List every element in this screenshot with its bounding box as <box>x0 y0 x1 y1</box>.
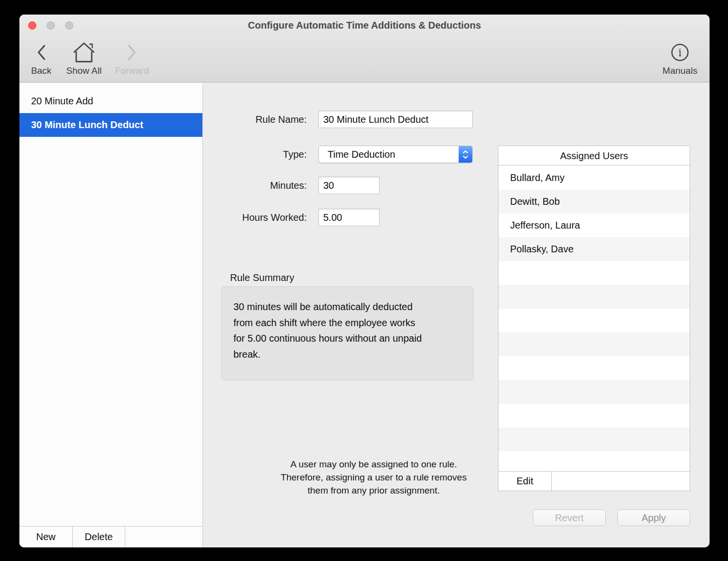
type-select[interactable]: Time Deduction <box>318 146 473 163</box>
minimize-button[interactable] <box>47 21 55 30</box>
home-icon <box>72 40 96 65</box>
assigned-users-footer: Edit <box>498 471 690 491</box>
rule-summary-label: Rule Summary <box>230 272 294 283</box>
sidebar-item-20-minute-add[interactable]: 20 Minute Add <box>19 89 202 113</box>
sidebar-item-30-minute-lunch-deduct[interactable]: 30 Minute Lunch Deduct <box>19 113 202 137</box>
window-header: Configure Automatic Time Additions & Ded… <box>19 15 710 82</box>
table-row-empty <box>498 404 690 428</box>
delete-rule-button[interactable]: Delete <box>73 527 125 547</box>
manuals-button[interactable]: i Manuals <box>658 40 702 76</box>
minutes-label: Minutes: <box>181 177 307 194</box>
info-icon: i <box>670 40 690 65</box>
table-row[interactable]: Bullard, Amy <box>498 166 690 190</box>
rule-summary-text: 30 minutes will be automatically deducte… <box>233 299 429 362</box>
close-button[interactable] <box>28 21 36 30</box>
assignment-note: A user may only be assigned to one rule.… <box>279 458 468 497</box>
type-label: Type: <box>181 146 307 163</box>
table-row-empty <box>498 380 690 404</box>
forward-button[interactable]: Forward <box>112 40 152 76</box>
rule-summary-box: 30 minutes will be automatically deducte… <box>221 286 474 380</box>
rule-name-label: Rule Name: <box>181 111 307 128</box>
sidebar-footer: New Delete <box>19 526 202 547</box>
edit-users-button[interactable]: Edit <box>498 472 552 491</box>
manuals-label: Manuals <box>662 66 697 76</box>
window-title: Configure Automatic Time Additions & Ded… <box>97 20 632 31</box>
table-row-empty <box>498 285 690 309</box>
type-selected-value: Time Deduction <box>328 146 395 163</box>
table-row-empty <box>498 261 690 285</box>
chevron-right-icon <box>126 40 138 65</box>
svg-text:i: i <box>678 47 681 59</box>
chevron-left-icon <box>35 40 47 65</box>
assigned-users-header: Assigned Users <box>498 146 690 165</box>
apply-button[interactable]: Apply <box>617 510 690 526</box>
show-all-label: Show All <box>66 66 102 76</box>
table-row[interactable]: Pollasky, Dave <box>498 237 690 261</box>
show-all-button[interactable]: Show All <box>62 40 106 76</box>
zoom-button[interactable] <box>65 21 73 30</box>
app-window: Configure Automatic Time Additions & Ded… <box>19 15 710 547</box>
rule-name-input[interactable] <box>318 111 473 128</box>
minutes-input[interactable] <box>318 177 380 194</box>
table-row-empty <box>498 356 690 380</box>
hours-worked-input[interactable] <box>318 209 380 226</box>
traffic-lights <box>28 21 73 30</box>
table-row-empty <box>498 309 690 332</box>
popup-stepper-icon <box>459 146 472 163</box>
back-label: Back <box>31 66 51 76</box>
forward-label: Forward <box>115 66 149 76</box>
table-row[interactable]: Jefferson, Laura <box>498 214 690 237</box>
table-row-empty <box>498 428 690 451</box>
rules-list: 20 Minute Add 30 Minute Lunch Deduct <box>19 83 202 137</box>
revert-button[interactable]: Revert <box>533 510 606 526</box>
table-row-empty <box>498 332 690 356</box>
back-button[interactable]: Back <box>26 40 56 76</box>
table-row[interactable]: Dewitt, Bob <box>498 190 690 214</box>
new-rule-button[interactable]: New <box>19 527 73 547</box>
assigned-users-rows: Bullard, Amy Dewitt, Bob Jefferson, Laur… <box>498 166 690 471</box>
table-row-empty <box>498 451 690 471</box>
assigned-users-table: Assigned Users Bullard, Amy Dewitt, Bob … <box>498 146 690 491</box>
hours-worked-label: Hours Worked: <box>181 209 307 226</box>
rules-sidebar: 20 Minute Add 30 Minute Lunch Deduct New… <box>19 83 203 547</box>
